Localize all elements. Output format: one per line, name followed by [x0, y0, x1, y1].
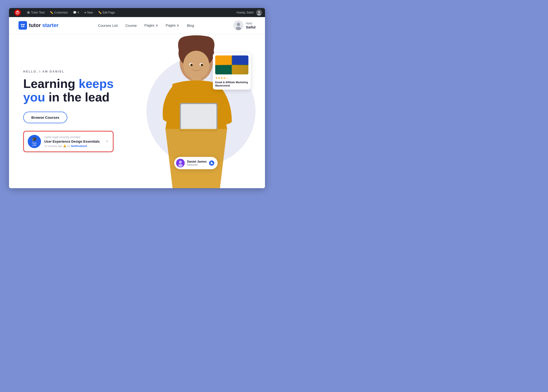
- person-add-icon: [210, 162, 213, 164]
- hero-image-side: ★★★★☆ Email & Affiliate Marketing Master…: [127, 34, 265, 188]
- card-cell-1: [215, 56, 232, 65]
- svg-point-7: [237, 23, 240, 26]
- instructor-card: Daniel James Instructor: [174, 157, 218, 169]
- wp-logo-item[interactable]: [12, 8, 24, 17]
- plus-icon: +: [84, 11, 86, 14]
- hero-subtitle: HELLO, I AM DANIEL: [23, 70, 113, 73]
- hello-label: Hello: [246, 22, 255, 25]
- nav-courses-list[interactable]: Courses List: [98, 23, 118, 28]
- tutor-lms-logo: 🎓 TutorLMS: [28, 135, 41, 148]
- logo-tutor: tutor: [29, 22, 41, 28]
- course-card-image: [215, 56, 248, 74]
- card-cell-2: [232, 56, 248, 65]
- comments-icon: 💬: [73, 11, 77, 14]
- enrollment-text: Saiful Sajib recently enrolled: [44, 136, 102, 139]
- notification-content: Saiful Sajib recently enrolled User Expe…: [44, 136, 102, 147]
- instructor-role: Instructor: [187, 163, 207, 166]
- course-card-overlay: ★★★★☆ Email & Affiliate Marketing Master…: [213, 53, 251, 90]
- browse-courses-button[interactable]: Browse Courses: [23, 112, 67, 123]
- svg-point-17: [190, 64, 193, 66]
- time-ago: 12 minutes ago: [44, 145, 62, 147]
- admin-bar-right: Howdy, Saiful: [237, 9, 262, 16]
- howdy-text: Howdy, Saiful: [237, 11, 254, 14]
- close-notification-button[interactable]: ×: [105, 138, 109, 145]
- tutor-logo-icon: [19, 21, 27, 30]
- site-name: Tutor Test: [31, 11, 45, 14]
- nav-course[interactable]: Course: [125, 23, 137, 28]
- bell-icon: 🔔: [63, 144, 66, 147]
- svg-point-23: [211, 162, 212, 163]
- svg-point-22: [178, 164, 183, 167]
- hero-section: HELLO, I AM DANIEL Learning keepsyou in …: [9, 34, 265, 188]
- user-greeting[interactable]: Hello Saiful: [233, 20, 255, 30]
- home-icon: [27, 11, 30, 14]
- svg-rect-14: [181, 104, 216, 130]
- svg-point-2: [28, 12, 29, 13]
- course-name: User Experience Design Essentials: [44, 140, 102, 143]
- customize-item[interactable]: ✏️ Customize: [47, 8, 70, 17]
- svg-point-4: [257, 14, 261, 16]
- svg-rect-5: [19, 21, 27, 30]
- admin-bar-left: Tutor Test ✏️ Customize 💬 4 + New ✏️ Edi…: [12, 8, 237, 17]
- svg-point-18: [201, 64, 203, 66]
- customize-icon: ✏️: [50, 11, 53, 14]
- course-card-title: Email & Affiliate Marketing Mastermind: [215, 81, 248, 87]
- customize-label: Customize: [54, 11, 68, 14]
- nav-pages-1[interactable]: Pages ∨: [144, 23, 158, 28]
- comments-count: 4: [77, 11, 79, 14]
- by-text: by: [67, 145, 70, 147]
- svg-point-3: [258, 11, 260, 13]
- edit-page-item[interactable]: ✏️ Edit Page: [96, 8, 117, 17]
- tutor-lms-label: TutorLMS: [32, 142, 37, 147]
- hero-title: Learning keepsyou in the lead: [23, 77, 113, 104]
- new-label: New: [87, 11, 93, 14]
- instructor-info: Daniel James Instructor: [187, 160, 207, 166]
- hero-content: HELLO, I AM DANIEL Learning keepsyou in …: [9, 70, 128, 152]
- wordpress-logo: [14, 9, 21, 16]
- svg-point-8: [236, 27, 241, 30]
- site-name-item[interactable]: Tutor Test: [25, 8, 47, 17]
- instructor-name: Daniel James: [187, 160, 207, 163]
- wp-admin-bar: Tutor Test ✏️ Customize 💬 4 + New ✏️ Edi…: [9, 8, 265, 17]
- notification-meta: 12 minutes ago 🔔 by NotificationX: [44, 144, 102, 147]
- admin-avatar[interactable]: [256, 9, 262, 16]
- user-avatar: [233, 20, 243, 30]
- notification-card: 🎓 TutorLMS Saiful Sajib recently enrolle…: [23, 131, 113, 152]
- site-nav: Courses List Course Pages ∨ Pages ∨ Blog: [98, 23, 194, 28]
- course-stars: ★★★★☆: [215, 76, 248, 80]
- svg-point-21: [179, 161, 182, 163]
- logo-text: tutor starter: [29, 22, 59, 28]
- hello-text: Hello Saiful: [246, 22, 255, 29]
- comments-item[interactable]: 💬 4: [71, 8, 82, 17]
- site-logo[interactable]: tutor starter: [19, 21, 59, 30]
- user-name: Saiful: [246, 25, 255, 29]
- edit-page-label: Edit Page: [103, 11, 115, 14]
- instructor-badge: [209, 161, 214, 166]
- line1: Learning keeps: [23, 77, 113, 91]
- tutor-icon: 🎓: [32, 137, 37, 142]
- card-cell-3: [215, 65, 232, 74]
- logo-starter: starter: [41, 22, 59, 28]
- svg-point-11: [183, 51, 209, 79]
- nav-blog[interactable]: Blog: [187, 23, 194, 28]
- edit-icon: ✏️: [98, 11, 102, 14]
- new-item[interactable]: + New: [82, 8, 95, 17]
- site-header: tutor starter Courses List Course Pages …: [9, 17, 265, 34]
- instructor-avatar: [176, 159, 185, 167]
- card-cell-4: [232, 65, 248, 74]
- notificationx-brand: NotificationX: [71, 145, 87, 147]
- line2: you in the lead: [23, 90, 110, 104]
- nav-pages-2[interactable]: Pages ∨: [166, 23, 179, 28]
- browser-window: Tutor Test ✏️ Customize 💬 4 + New ✏️ Edi…: [9, 8, 265, 188]
